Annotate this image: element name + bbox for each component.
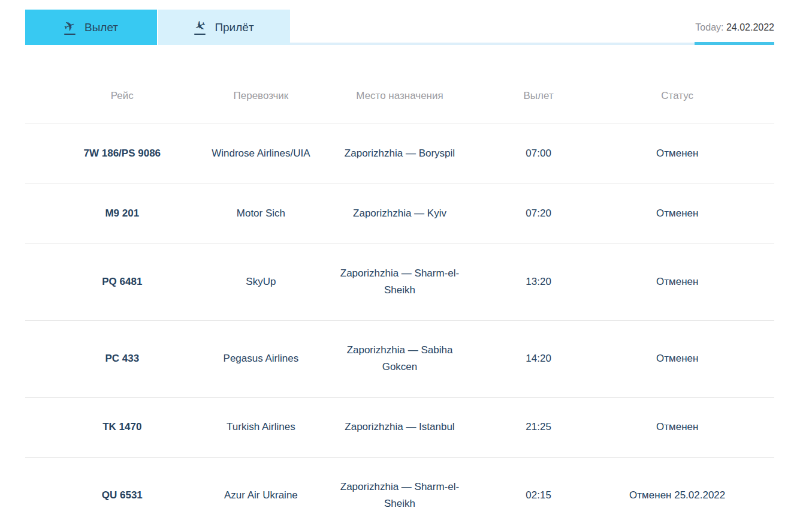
flights-table: Рейс Перевозчик Место назначения Вылет С… [25,45,774,520]
cell-flight: M9 201 [53,205,192,222]
header-status: Статус [608,90,747,102]
table-row: TK 1470 Turkish Airlines Zaporizhzhia — … [25,398,774,458]
cell-carrier: Turkish Airlines [192,419,331,435]
tab-arrivals-label: Прилёт [215,21,253,34]
cell-carrier: Azur Air Ukraine [192,487,331,504]
cell-departure: 13:20 [469,273,608,290]
cell-departure: 21:25 [469,419,608,435]
header-destination: Место назначения [330,90,469,102]
today-underline-accent [695,42,774,45]
cell-destination: Zaporizhzhia — Sharm-el-Sheikh [331,479,468,512]
cell-status: Отменен 25.02.2022 [608,487,747,504]
tab-arrivals[interactable]: ✈ Прилёт [158,10,290,45]
cell-flight: PQ 6481 [53,273,192,290]
cell-status: Отменен [608,205,747,222]
topbar: ✈ Вылет ✈ Прилёт Today: 24.02.2022 [25,10,774,45]
cell-status: Отменен [608,350,747,367]
cell-flight: TK 1470 [53,419,192,435]
cell-carrier: Pegasus Airlines [192,350,331,367]
cell-destination: Zaporizhzhia — Sabiha Gokcen [331,342,468,375]
table-row: PC 433 Pegasus Airlines Zaporizhzhia — S… [25,321,774,398]
table-row: QU 6531 Azur Air Ukraine Zaporizhzhia — … [25,458,774,520]
cell-status: Отменен [608,145,747,162]
tab-departures[interactable]: ✈ Вылет [25,10,157,45]
departure-board-page: ✈ Вылет ✈ Прилёт Today: 24.02.2022 Рейс [0,0,812,520]
cell-carrier: Windrose Airlines/UIA [192,145,331,162]
cell-destination: Zaporizhzhia — Boryspil [342,145,457,162]
cell-carrier: Motor Sich [192,205,331,222]
cell-destination: Zaporizhzhia — Sharm-el-Sheikh [331,265,468,299]
table-row: PQ 6481 SkyUp Zaporizhzhia — Sharm-el-Sh… [25,244,774,321]
header-carrier: Перевозчик [192,90,331,102]
today-date: Today: 24.02.2022 [695,22,774,33]
cell-departure: 02:15 [469,487,608,504]
cell-departure: 14:20 [469,350,608,367]
cell-status: Отменен [608,419,747,435]
cell-flight: PC 433 [53,350,192,367]
cell-flight: 7W 186/PS 9086 [53,145,192,162]
today-value: 24.02.2022 [726,22,774,32]
tab-departures-label: Вылет [84,21,118,34]
table-header: Рейс Перевозчик Место назначения Вылет С… [25,45,774,124]
cell-carrier: SkyUp [192,273,331,290]
cell-flight: QU 6531 [53,487,192,504]
tab-bar: ✈ Вылет ✈ Прилёт [25,10,774,45]
plane-takeoff-icon: ✈ [64,20,76,35]
header-departure: Вылет [469,90,608,102]
cell-departure: 07:20 [469,205,608,222]
cell-status: Отменен [608,273,747,290]
cell-destination: Zaporizhzhia — Istanbul [342,419,457,435]
header-flight: Рейс [53,90,192,102]
cell-destination: Zaporizhzhia — Kyiv [351,205,449,222]
table-row: 7W 186/PS 9086 Windrose Airlines/UIA Zap… [25,124,774,184]
cell-departure: 07:00 [469,145,608,162]
plane-landing-icon: ✈ [194,20,206,35]
table-row: M9 201 Motor Sich Zaporizhzhia — Kyiv 07… [25,184,774,244]
today-label: Today: [695,22,723,32]
